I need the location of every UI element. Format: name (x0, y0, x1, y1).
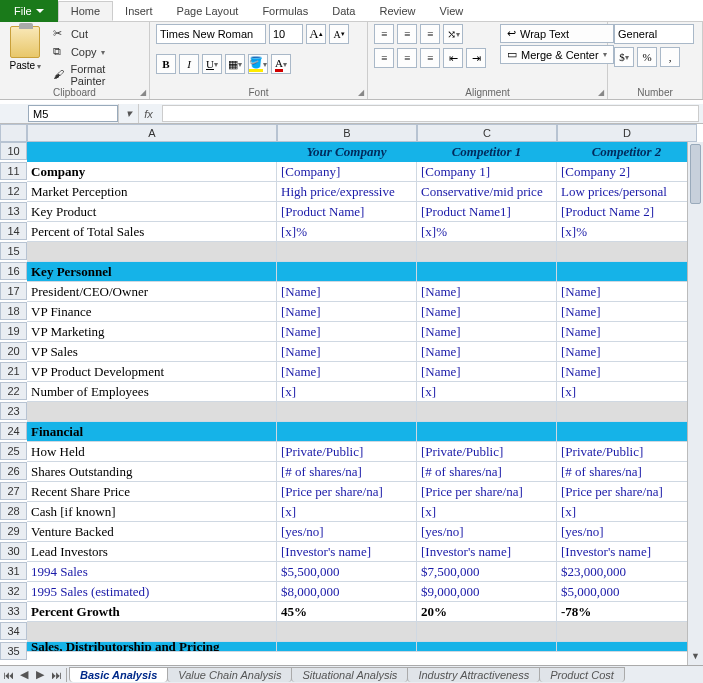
format-painter-button[interactable]: 🖌Format Painter (51, 62, 143, 88)
cell[interactable] (417, 402, 557, 422)
cell[interactable] (27, 402, 277, 422)
row-header-12[interactable]: 12 (0, 182, 27, 200)
cell[interactable]: 20% (417, 602, 557, 622)
tab-view[interactable]: View (428, 2, 476, 20)
cell[interactable]: [Product Name 2] (557, 202, 697, 222)
row-header-23[interactable]: 23 (0, 402, 27, 420)
cell[interactable]: Venture Backed (27, 522, 277, 542)
comma-format-button[interactable]: , (660, 47, 680, 67)
row-header-20[interactable]: 20 (0, 342, 27, 360)
align-bottom-button[interactable]: ≡ (420, 24, 440, 44)
fx-button[interactable]: fx (138, 104, 158, 123)
cut-button[interactable]: ✂Cut (51, 26, 143, 42)
cell[interactable] (277, 422, 417, 442)
cell[interactable] (277, 622, 417, 642)
cell[interactable] (27, 242, 277, 262)
cell[interactable]: [Company] (277, 162, 417, 182)
row-header-13[interactable]: 13 (0, 202, 27, 220)
cell[interactable] (557, 422, 697, 442)
cell[interactable]: $5,000,000 (557, 582, 697, 602)
cell[interactable]: How Held (27, 442, 277, 462)
sheet-tab-basic-analysis[interactable]: Basic Analysis (69, 667, 168, 682)
cell[interactable]: [Name] (417, 302, 557, 322)
cell[interactable]: [Investor's name] (417, 542, 557, 562)
row-header-22[interactable]: 22 (0, 382, 27, 400)
row-header-34[interactable]: 34 (0, 622, 27, 640)
row-header-10[interactable]: 10 (0, 142, 27, 160)
align-top-button[interactable]: ≡ (374, 24, 394, 44)
cell[interactable]: [Price per share/na] (417, 482, 557, 502)
font-family-select[interactable] (156, 24, 266, 44)
row-header-35[interactable]: 35 (0, 642, 27, 660)
accounting-format-button[interactable]: $ (614, 47, 634, 67)
font-launcher[interactable]: ◢ (358, 88, 364, 97)
align-left-button[interactable]: ≡ (374, 48, 394, 68)
row-header-27[interactable]: 27 (0, 482, 27, 500)
column-header-D[interactable]: D (557, 124, 697, 142)
cell[interactable]: $7,500,000 (417, 562, 557, 582)
row-header-28[interactable]: 28 (0, 502, 27, 520)
cell[interactable]: [Name] (417, 342, 557, 362)
name-box-dropdown[interactable]: ▾ (118, 104, 138, 123)
cell[interactable] (277, 402, 417, 422)
cell[interactable]: [Name] (557, 282, 697, 302)
clipboard-launcher[interactable]: ◢ (140, 88, 146, 97)
align-center-button[interactable]: ≡ (397, 48, 417, 68)
cell[interactable]: [Investor's name] (277, 542, 417, 562)
row-header-17[interactable]: 17 (0, 282, 27, 300)
cell[interactable]: Competitor 2 (557, 142, 697, 162)
cell[interactable]: VP Product Development (27, 362, 277, 382)
underline-button[interactable]: U (202, 54, 222, 74)
cell[interactable]: $23,000,000 (557, 562, 697, 582)
cell[interactable] (557, 242, 697, 262)
cell[interactable]: [Price per share/na] (277, 482, 417, 502)
cell[interactable]: [x] (417, 502, 557, 522)
cell[interactable]: [x]% (557, 222, 697, 242)
cell[interactable] (557, 262, 697, 282)
cell[interactable]: VP Finance (27, 302, 277, 322)
increase-indent-button[interactable]: ⇥ (466, 48, 486, 68)
tab-nav-first[interactable]: ⏮ (0, 669, 16, 681)
cell[interactable]: [Name] (417, 282, 557, 302)
sheet-tab-value-chain-analysis[interactable]: Value Chain Analysis (167, 667, 292, 682)
cell[interactable]: Company (27, 162, 277, 182)
cell[interactable] (277, 642, 417, 652)
cell[interactable]: [Company 2] (557, 162, 697, 182)
tab-nav-prev[interactable]: ◀ (16, 668, 32, 681)
cell[interactable]: [Private/Public] (417, 442, 557, 462)
row-header-26[interactable]: 26 (0, 462, 27, 480)
cell[interactable]: [Company 1] (417, 162, 557, 182)
cell[interactable]: [Name] (277, 362, 417, 382)
tab-formulas[interactable]: Formulas (250, 2, 320, 20)
row-header-33[interactable]: 33 (0, 602, 27, 620)
cell[interactable]: Financial (27, 422, 277, 442)
grow-font-button[interactable]: A▴ (306, 24, 326, 44)
cell[interactable] (417, 642, 557, 652)
row-header-25[interactable]: 25 (0, 442, 27, 460)
cell[interactable]: Cash [if known] (27, 502, 277, 522)
cell[interactable] (557, 402, 697, 422)
tab-home[interactable]: Home (58, 1, 113, 21)
cell[interactable]: [Name] (557, 362, 697, 382)
row-header-11[interactable]: 11 (0, 162, 27, 180)
align-right-button[interactable]: ≡ (420, 48, 440, 68)
cell[interactable] (557, 642, 697, 652)
cell[interactable]: [x] (277, 382, 417, 402)
tab-nav-last[interactable]: ⏭ (48, 669, 64, 681)
tab-data[interactable]: Data (320, 2, 367, 20)
cell[interactable]: VP Sales (27, 342, 277, 362)
cell[interactable]: [x] (557, 382, 697, 402)
vertical-scrollbar[interactable]: ▲▼ (687, 142, 703, 665)
column-header-A[interactable]: A (27, 124, 277, 142)
cell[interactable]: [Price per share/na] (557, 482, 697, 502)
cell[interactable]: Percent of Total Sales (27, 222, 277, 242)
cell[interactable]: Market Perception (27, 182, 277, 202)
cell[interactable]: 45% (277, 602, 417, 622)
spreadsheet-grid[interactable]: ABCD10Your CompanyCompetitor 1Competitor… (0, 124, 703, 660)
cell[interactable]: Competitor 1 (417, 142, 557, 162)
name-box[interactable] (28, 105, 118, 122)
cell[interactable]: [Private/Public] (277, 442, 417, 462)
font-size-select[interactable] (269, 24, 303, 44)
row-header-24[interactable]: 24 (0, 422, 27, 440)
cell[interactable]: [Name] (557, 342, 697, 362)
